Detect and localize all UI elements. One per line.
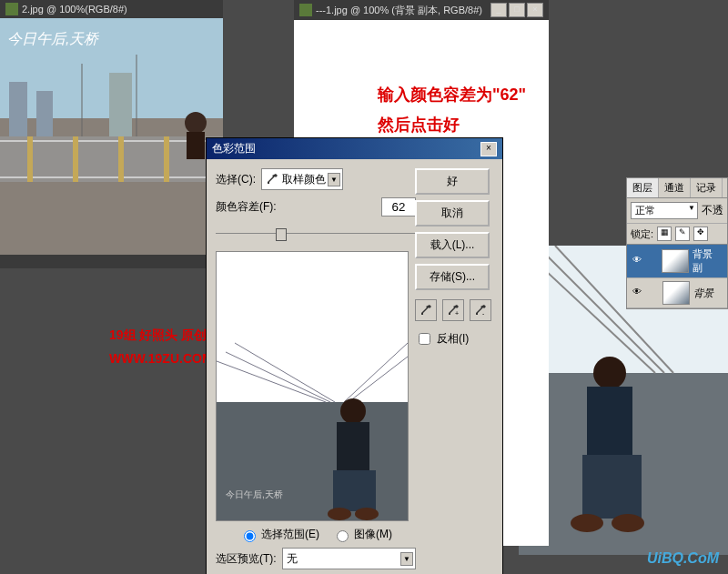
dialog-title: 色彩范围 — [212, 141, 256, 156]
svg-rect-35 — [337, 422, 369, 472]
minimize-button[interactable]: _ — [490, 3, 507, 17]
svg-rect-11 — [109, 73, 132, 136]
tab-layers[interactable]: 图层 — [627, 178, 659, 197]
svg-point-34 — [340, 398, 366, 424]
cancel-button[interactable]: 取消 — [415, 200, 490, 227]
fuzziness-input[interactable] — [381, 197, 416, 217]
radio-image-input[interactable] — [337, 530, 349, 542]
layer-name: 背景 — [693, 287, 713, 300]
close-button[interactable]: × — [527, 3, 543, 17]
svg-rect-37 — [353, 470, 376, 511]
site-watermark: UiBQ.CoM — [647, 550, 719, 567]
svg-rect-23 — [582, 455, 614, 519]
visibility-icon[interactable]: 👁 — [630, 287, 644, 299]
doc-title-left: 2.jpg @ 100%(RGB/8#) — [22, 4, 127, 15]
credit-text-2: WWW.19ZU.COM — [109, 351, 213, 366]
window-controls: _ □ × — [490, 3, 543, 17]
selection-preview-label: 选区预览(T): — [216, 551, 277, 567]
layer-thumbnail — [662, 281, 690, 305]
visibility-icon[interactable]: 👁 — [630, 255, 644, 267]
layer-name: 背景 副 — [693, 247, 724, 275]
doc-titlebar-right: ---1.jpg @ 100% (背景 副本, RGB/8#) _ □ × — [294, 0, 549, 20]
doc-content-left[interactable]: 今日午后,天桥 — [0, 18, 223, 255]
annotation-text-2: 然后点击好 — [378, 114, 460, 136]
photo-watermark: 今日午后,天桥 — [7, 31, 100, 46]
svg-rect-22 — [587, 387, 632, 459]
svg-rect-6 — [73, 136, 78, 182]
lock-position-icon[interactable]: ✥ — [693, 227, 708, 241]
svg-rect-9 — [9, 82, 27, 136]
ok-button[interactable]: 好 — [415, 168, 490, 195]
svg-rect-8 — [164, 136, 169, 182]
selection-preview-dropdown[interactable]: 无 — [282, 548, 416, 569]
svg-rect-7 — [118, 136, 124, 182]
svg-point-39 — [355, 508, 379, 520]
svg-point-26 — [612, 514, 644, 532]
radio-image[interactable]: 图像(M) — [332, 527, 392, 542]
doc-icon — [299, 4, 312, 16]
slider-thumb[interactable] — [276, 228, 287, 241]
svg-point-38 — [328, 508, 351, 520]
doc-title-right: ---1.jpg @ 100% (背景 副本, RGB/8#) — [316, 4, 482, 17]
invert-checkbox[interactable] — [419, 333, 430, 345]
svg-text:+: + — [455, 310, 459, 317]
selection-preview-value: 无 — [287, 551, 298, 567]
eyedropper-add-button[interactable]: + — [442, 299, 464, 321]
document-window-left: 2.jpg @ 100%(RGB/8#) 今日午后,天桥 — [0, 0, 223, 268]
tab-history[interactable]: 记录 — [691, 178, 723, 197]
save-button[interactable]: 存储(S)... — [415, 264, 490, 290]
svg-rect-5 — [27, 136, 33, 182]
select-dropdown[interactable]: 取样颜色 — [261, 168, 343, 190]
dialog-close-button[interactable]: × — [480, 142, 497, 156]
fuzziness-slider[interactable] — [216, 224, 416, 242]
radio-selection-input[interactable] — [244, 530, 256, 542]
slider-track — [216, 233, 416, 234]
svg-point-25 — [571, 514, 603, 532]
svg-text:今日午后,天桥: 今日午后,天桥 — [226, 489, 283, 499]
preview-image[interactable]: 今日午后,天桥 — [216, 251, 409, 521]
layer-thumbnail — [662, 249, 688, 273]
invert-label: 反相(I) — [437, 331, 469, 347]
lock-pixels-icon[interactable]: ✎ — [675, 227, 690, 241]
fuzziness-label: 颜色容差(F): — [216, 199, 277, 215]
svg-rect-24 — [610, 455, 642, 519]
svg-rect-10 — [36, 91, 53, 136]
doc-icon — [5, 3, 18, 15]
layer-item-copy[interactable]: 👁 背景 副 — [627, 245, 727, 278]
opacity-label: 不透 — [702, 203, 723, 218]
svg-text:-: - — [482, 310, 485, 317]
select-value: 取样颜色 — [282, 172, 326, 187]
maximize-button[interactable]: □ — [509, 3, 525, 17]
layer-item-background[interactable]: 👁 背景 — [627, 278, 727, 308]
doc-titlebar-left: 2.jpg @ 100%(RGB/8#) — [0, 0, 223, 18]
svg-rect-28 — [217, 402, 408, 520]
tab-channels[interactable]: 通道 — [659, 178, 691, 197]
layers-panel: 图层 通道 记录 正常 不透 锁定: ▦ ✎ ✥ 👁 背景 副 👁 背景 — [626, 177, 728, 309]
svg-point-21 — [593, 357, 626, 389]
blend-mode-dropdown[interactable]: 正常 — [631, 202, 698, 219]
svg-rect-36 — [333, 470, 356, 511]
radio-selection[interactable]: 选择范围(E) — [239, 527, 319, 542]
color-range-dialog: 色彩范围 × 选择(C): 取样颜色 颜色容差(F): — [206, 137, 503, 574]
photo-bridge: 今日午后,天桥 — [0, 18, 223, 255]
eyedropper-button[interactable] — [415, 299, 437, 321]
load-button[interactable]: 载入(L)... — [415, 232, 490, 258]
annotation-text-1: 输入颜色容差为"62" — [378, 84, 526, 106]
dialog-titlebar[interactable]: 色彩范围 × — [207, 138, 502, 159]
svg-rect-17 — [519, 373, 728, 555]
svg-rect-15 — [187, 132, 205, 159]
select-label: 选择(C): — [216, 172, 256, 187]
svg-rect-27 — [217, 252, 408, 402]
lock-transparency-icon[interactable]: ▦ — [657, 227, 672, 241]
eyedropper-icon — [266, 173, 278, 186]
lock-label: 锁定: — [631, 227, 653, 241]
eyedropper-subtract-button[interactable]: - — [470, 299, 491, 321]
svg-point-14 — [185, 112, 207, 134]
